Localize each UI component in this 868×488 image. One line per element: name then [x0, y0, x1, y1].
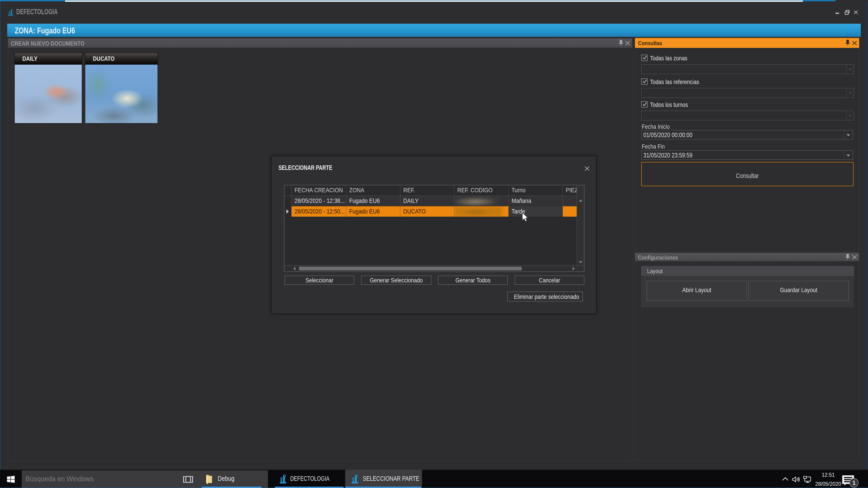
svg-text:1: 1 [852, 480, 856, 486]
